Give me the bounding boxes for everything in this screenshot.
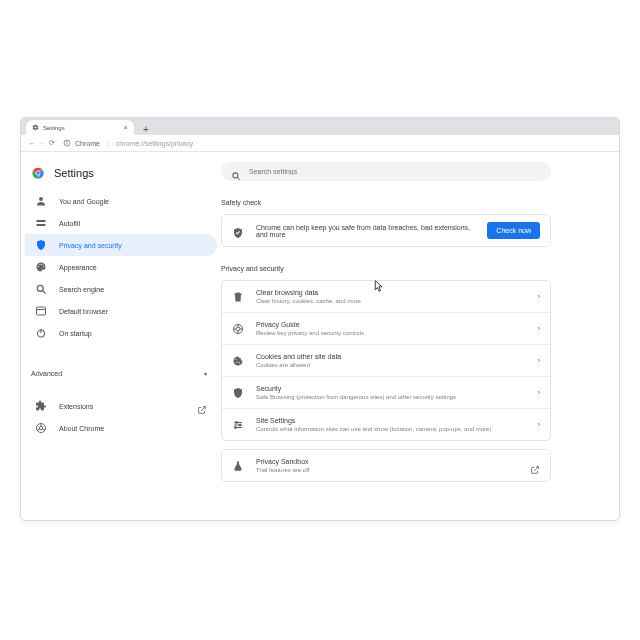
autofill-icon bbox=[35, 217, 47, 229]
svg-line-22 bbox=[237, 177, 240, 180]
close-icon[interactable]: × bbox=[123, 124, 128, 132]
search-icon bbox=[35, 283, 47, 295]
sidebar-item-you-and-google[interactable]: You and Google bbox=[25, 190, 217, 212]
tab-settings[interactable]: Settings × bbox=[26, 120, 134, 135]
sidebar-item-label: Default browser bbox=[59, 308, 108, 315]
svg-point-30 bbox=[236, 421, 238, 423]
page-title: Settings bbox=[54, 167, 94, 179]
safety-check-heading: Safety check bbox=[221, 199, 579, 206]
sidebar-item-about-chrome[interactable]: About Chrome bbox=[25, 417, 217, 439]
extension-icon bbox=[35, 400, 47, 412]
svg-point-32 bbox=[239, 424, 241, 426]
sidebar-item-label: On startup bbox=[59, 330, 92, 337]
row-privacy-guide[interactable]: Privacy GuideReview key privacy and secu… bbox=[222, 312, 550, 344]
svg-rect-8 bbox=[37, 220, 46, 222]
address-host: Chrome bbox=[75, 140, 100, 147]
cookie-icon bbox=[232, 355, 244, 367]
svg-line-11 bbox=[43, 291, 46, 294]
sidebar-item-label: Appearance bbox=[59, 264, 97, 271]
sliders-icon bbox=[232, 419, 244, 431]
row-clear-browsing-data[interactable]: Clear browsing dataClear history, cookie… bbox=[222, 281, 550, 312]
svg-point-24 bbox=[236, 327, 240, 331]
chevron-right-icon: › bbox=[538, 293, 540, 300]
sidebar-item-privacy-and-security[interactable]: Privacy and security bbox=[25, 234, 217, 256]
address-path: chrome://settings/privacy bbox=[116, 140, 193, 147]
sidebar-item-label: Autofill bbox=[59, 220, 80, 227]
search-input[interactable] bbox=[249, 168, 541, 175]
sidebar-item-default-browser[interactable]: Default browser bbox=[25, 300, 217, 322]
chevron-right-icon: › bbox=[538, 389, 540, 396]
main: Safety check Chrome can help keep you sa… bbox=[221, 152, 619, 520]
svg-point-21 bbox=[233, 172, 238, 177]
forward-button[interactable]: → bbox=[37, 140, 47, 147]
sidebar-item-search-engine[interactable]: Search engine bbox=[25, 278, 217, 300]
advanced-label: Advanced bbox=[31, 370, 62, 377]
sidebar-advanced-toggle[interactable]: Advanced ▾ bbox=[25, 364, 217, 383]
power-icon bbox=[35, 327, 47, 339]
svg-point-10 bbox=[37, 285, 43, 291]
row-security[interactable]: SecuritySafe Browsing (protection from d… bbox=[222, 376, 550, 408]
svg-point-6 bbox=[37, 172, 39, 174]
chrome-outline-icon bbox=[35, 422, 47, 434]
row-cookies[interactable]: Cookies and other site dataCookies are a… bbox=[222, 344, 550, 376]
open-in-new-icon bbox=[197, 401, 207, 411]
chevron-right-icon: › bbox=[538, 325, 540, 332]
shield-icon bbox=[35, 239, 47, 251]
sidebar-item-label: Privacy and security bbox=[59, 242, 122, 249]
trash-icon bbox=[232, 291, 244, 303]
svg-line-19 bbox=[37, 429, 39, 430]
svg-point-1 bbox=[67, 141, 68, 142]
safety-check-message: Chrome can help keep you safe from data … bbox=[256, 224, 475, 238]
palette-icon bbox=[35, 261, 47, 273]
sidebar-item-label: Extensions bbox=[59, 403, 93, 410]
sidebar-item-label: You and Google bbox=[59, 198, 109, 205]
content: Settings You and Google Autofill Privacy… bbox=[21, 152, 619, 520]
security-icon bbox=[232, 387, 244, 399]
open-in-new-icon bbox=[530, 461, 540, 471]
flask-icon bbox=[232, 460, 244, 472]
sidebar-item-on-startup[interactable]: On startup bbox=[25, 322, 217, 344]
search-settings[interactable] bbox=[221, 162, 551, 181]
svg-rect-12 bbox=[37, 307, 46, 315]
toolbar: ← → ⟳ Chrome | chrome://settings/privacy bbox=[21, 135, 619, 152]
sidebar-item-autofill[interactable]: Autofill bbox=[25, 212, 217, 234]
chevron-down-icon: ▾ bbox=[204, 370, 207, 377]
sidebar-item-label: Search engine bbox=[59, 286, 104, 293]
privacy-heading: Privacy and security bbox=[221, 265, 579, 272]
chrome-logo-icon bbox=[31, 166, 45, 180]
row-site-settings[interactable]: Site SettingsControls what information s… bbox=[222, 408, 550, 440]
new-tab-button[interactable]: + bbox=[140, 123, 152, 135]
sidebar-item-label: About Chrome bbox=[59, 425, 104, 432]
sidebar: Settings You and Google Autofill Privacy… bbox=[21, 152, 221, 520]
browser-window: Settings × + ← → ⟳ Chrome | chrome://set… bbox=[20, 117, 620, 521]
privacy-card: Clear browsing dataClear history, cookie… bbox=[221, 280, 551, 441]
chevron-right-icon: › bbox=[538, 421, 540, 428]
shield-check-icon bbox=[232, 225, 244, 237]
tab-title: Settings bbox=[43, 125, 123, 131]
back-button[interactable]: ← bbox=[27, 140, 37, 147]
reload-button[interactable]: ⟳ bbox=[47, 139, 57, 147]
person-icon bbox=[35, 195, 47, 207]
sidebar-item-extensions[interactable]: Extensions bbox=[25, 395, 217, 417]
svg-line-20 bbox=[42, 429, 44, 430]
svg-rect-9 bbox=[37, 224, 46, 226]
svg-point-7 bbox=[39, 197, 43, 201]
privacy-guide-icon bbox=[232, 323, 244, 335]
gear-icon bbox=[32, 124, 39, 131]
site-info-icon[interactable] bbox=[63, 139, 71, 147]
search-icon bbox=[231, 167, 241, 177]
check-now-button[interactable]: Check now bbox=[487, 222, 540, 239]
safety-check-card: Chrome can help keep you safe from data … bbox=[221, 214, 551, 247]
svg-point-34 bbox=[235, 426, 237, 428]
row-privacy-sandbox[interactable]: Privacy SandboxTrial features are off bbox=[222, 450, 550, 481]
privacy-sandbox-card: Privacy SandboxTrial features are off bbox=[221, 449, 551, 482]
tab-strip: Settings × + bbox=[21, 118, 619, 135]
chevron-right-icon: › bbox=[538, 357, 540, 364]
sidebar-item-appearance[interactable]: Appearance bbox=[25, 256, 217, 278]
browser-icon bbox=[35, 305, 47, 317]
address-bar[interactable]: Chrome | chrome://settings/privacy bbox=[63, 139, 193, 147]
